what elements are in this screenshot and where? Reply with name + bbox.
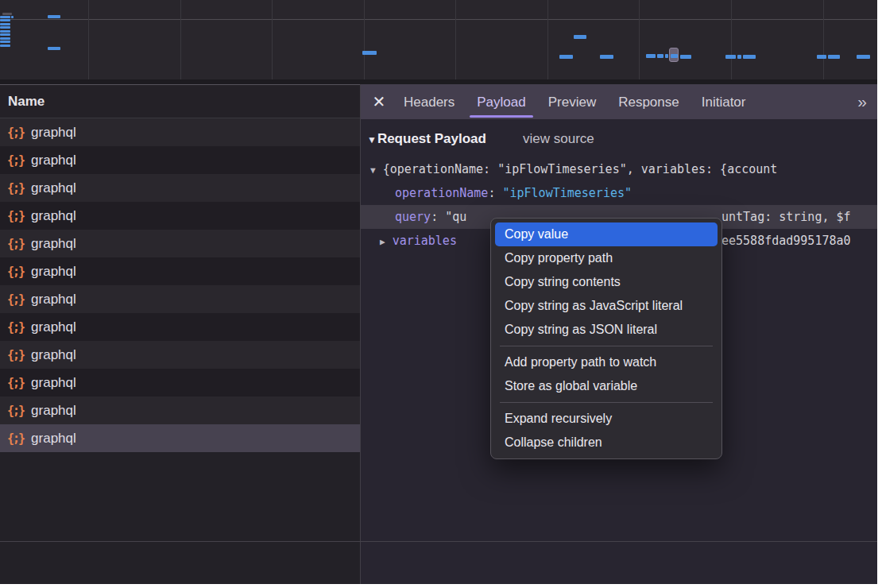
summary-footer xyxy=(0,541,877,584)
request-timing-bar xyxy=(671,54,678,58)
view-source-link[interactable]: view source xyxy=(523,127,594,151)
request-name-label: graphql xyxy=(31,125,76,141)
json-braces-icon: {;} xyxy=(7,181,24,195)
collapse-triangle-icon[interactable]: ▼ xyxy=(367,134,377,145)
request-row[interactable]: {;}graphql xyxy=(0,230,360,257)
name-column-header[interactable]: Name xyxy=(0,85,360,118)
property-key: variables xyxy=(393,234,457,248)
request-timing-bar xyxy=(737,55,741,59)
request-timing-bar xyxy=(0,41,10,43)
request-payload-header[interactable]: ▼Request Payload xyxy=(367,127,486,151)
request-row[interactable]: {;}graphql xyxy=(0,202,360,230)
request-name-label: graphql xyxy=(31,319,76,335)
context-menu: Copy valueCopy property pathCopy string … xyxy=(490,218,722,459)
property-key: query xyxy=(395,210,431,224)
request-timing-bar xyxy=(817,55,826,59)
menu-item-copy-value[interactable]: Copy value xyxy=(495,222,718,246)
request-timing-bar xyxy=(48,15,60,18)
request-timing-bar xyxy=(362,51,377,55)
request-row[interactable]: {;}graphql xyxy=(0,424,360,452)
devtools-network-panel: Name {;}graphql{;}graphql{;}graphql{;}gr… xyxy=(0,0,877,584)
json-braces-icon: {;} xyxy=(7,348,24,362)
request-name-label: graphql xyxy=(31,431,76,447)
request-timing-bar xyxy=(646,54,656,58)
string-value: "ipFlowTimeseries" xyxy=(502,186,632,200)
overview-gridline xyxy=(364,0,365,79)
request-timing-bar xyxy=(743,55,756,59)
pane-splitter[interactable] xyxy=(360,84,361,584)
request-row[interactable]: {;}graphql xyxy=(0,174,360,202)
request-name-label: graphql xyxy=(31,264,76,280)
request-row[interactable]: {;}graphql xyxy=(0,369,360,397)
request-list: {;}graphql{;}graphql{;}graphql{;}graphql… xyxy=(0,118,360,452)
menu-item-copy-string-as-javascript-literal[interactable]: Copy string as JavaScript literal xyxy=(495,294,718,318)
request-timing-bar xyxy=(857,55,870,59)
overview-gridline xyxy=(823,0,824,79)
overview-timeline[interactable] xyxy=(0,0,877,84)
request-row[interactable]: {;}graphql xyxy=(0,341,360,369)
overview-gridline xyxy=(88,0,89,79)
menu-item-store-as-global-variable[interactable]: Store as global variable xyxy=(495,374,718,398)
request-timing-bar xyxy=(48,47,60,50)
overview-gridline xyxy=(180,0,181,79)
tab-initiator[interactable]: Initiator xyxy=(691,84,757,119)
request-timing-bar xyxy=(0,33,10,36)
tab-response[interactable]: Response xyxy=(607,84,691,119)
tree-root-row[interactable]: ▼ {operationName: "ipFlowTimeseries", va… xyxy=(361,157,877,181)
tab-headers[interactable]: Headers xyxy=(393,84,466,119)
request-name-label: graphql xyxy=(31,208,76,224)
menu-item-copy-string-contents[interactable]: Copy string contents xyxy=(495,270,718,294)
request-row[interactable]: {;}graphql xyxy=(0,257,360,285)
request-name-label: graphql xyxy=(31,292,76,308)
request-timing-bar xyxy=(559,55,573,59)
request-timing-bar xyxy=(828,55,840,59)
collapsed-arrow-icon[interactable]: ▶ xyxy=(380,237,385,247)
request-name-label: graphql xyxy=(31,347,76,363)
tab-preview[interactable]: Preview xyxy=(537,84,607,119)
tree-operation-name-row[interactable]: operationName: "ipFlowTimeseries" xyxy=(361,181,877,205)
overview-gridline xyxy=(547,0,548,79)
key-separator: : xyxy=(431,210,445,224)
menu-divider xyxy=(500,402,713,403)
overview-gridline xyxy=(272,0,273,79)
request-row[interactable]: {;}graphql xyxy=(0,313,360,341)
request-timing-bar xyxy=(600,55,613,59)
request-row[interactable]: {;}graphql xyxy=(0,118,360,146)
key-separator: : xyxy=(488,186,502,200)
request-name-label: graphql xyxy=(31,375,76,391)
request-row[interactable]: {;}graphql xyxy=(0,285,360,313)
request-timing-bar xyxy=(0,44,10,47)
tab-overflow-icon[interactable]: » xyxy=(857,92,865,111)
expanded-arrow-icon[interactable]: ▼ xyxy=(370,165,376,176)
menu-item-expand-recursively[interactable]: Expand recursively xyxy=(495,407,718,431)
overview-gridline xyxy=(639,0,640,79)
json-braces-icon: {;} xyxy=(7,209,24,223)
json-braces-icon: {;} xyxy=(7,153,24,168)
menu-divider xyxy=(500,346,713,346)
json-braces-icon: {;} xyxy=(7,237,24,251)
request-name-label: graphql xyxy=(31,403,76,419)
request-row[interactable]: {;}graphql xyxy=(0,146,360,174)
json-braces-icon: {;} xyxy=(7,431,24,446)
query-value-right-fragment: untTag: string, $f xyxy=(721,205,851,229)
property-key: operationName xyxy=(395,186,488,200)
json-braces-icon: {;} xyxy=(7,404,24,418)
section-title: Request Payload xyxy=(377,131,486,146)
json-braces-icon: {;} xyxy=(7,265,24,279)
request-timing-bar xyxy=(0,26,10,29)
menu-item-copy-string-as-json-literal[interactable]: Copy string as JSON literal xyxy=(495,318,718,342)
request-timing-bar xyxy=(0,16,10,18)
variables-value-right-fragment: ee5588fdad995178a0 xyxy=(721,229,851,253)
tab-payload[interactable]: Payload xyxy=(466,84,536,119)
request-row[interactable]: {;}graphql xyxy=(0,397,360,424)
menu-item-collapse-children[interactable]: Collapse children xyxy=(495,431,718,455)
request-name-label: graphql xyxy=(31,153,76,168)
menu-item-add-property-path-to-watch[interactable]: Add property path to watch xyxy=(495,350,718,374)
root-preview-text: {operationName: "ipFlowTimeseries", vari… xyxy=(383,162,778,176)
tab-strip: HeadersPayloadPreviewResponseInitiator xyxy=(393,84,756,119)
request-name-label: graphql xyxy=(31,180,76,196)
request-timing-bar xyxy=(574,35,586,39)
json-braces-icon: {;} xyxy=(7,320,24,335)
menu-item-copy-property-path[interactable]: Copy property path xyxy=(495,246,718,270)
close-icon[interactable]: ✕ xyxy=(366,92,393,111)
